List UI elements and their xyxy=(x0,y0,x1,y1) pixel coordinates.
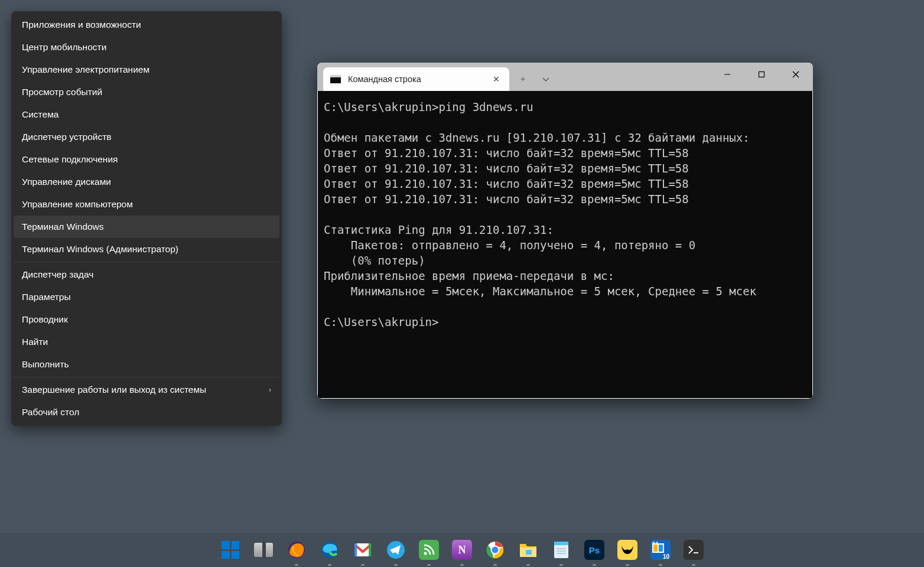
firefox-icon[interactable] xyxy=(284,537,309,562)
menu-item[interactable]: Выполнить xyxy=(14,353,279,376)
menu-item-label: Центр мобильности xyxy=(22,42,106,53)
menu-item-label: Управление электропитанием xyxy=(22,64,149,75)
menu-item[interactable]: Управление компьютером xyxy=(14,193,279,216)
taskbar: N Ps 64 10 xyxy=(0,533,924,567)
menu-item[interactable]: Приложения и возможности xyxy=(14,14,279,36)
gmail-icon[interactable] xyxy=(350,537,375,562)
svg-rect-8 xyxy=(369,543,371,556)
svg-point-10 xyxy=(424,552,427,555)
menu-item-label: Терминал Windows (Администратор) xyxy=(22,244,178,255)
terminal-output[interactable]: C:\Users\akrupin>ping 3dnews.ru Обмен па… xyxy=(317,91,813,399)
titlebar[interactable]: Командная строка ✕ ＋ xyxy=(317,63,813,91)
menu-item[interactable]: Диспетчер задач xyxy=(14,263,279,286)
menu-item-label: Проводник xyxy=(22,314,68,325)
menu-item-label: Терминал Windows xyxy=(22,221,104,232)
tab-dropdown-button[interactable] xyxy=(538,71,554,87)
tab-close-button[interactable]: ✕ xyxy=(490,72,502,86)
menu-item[interactable]: Завершение работы или выход из системы› xyxy=(14,379,279,401)
menu-item-label: Диспетчер устройств xyxy=(22,132,112,142)
winx-context-menu: Приложения и возможностиЦентр мобильност… xyxy=(11,11,282,426)
window-controls xyxy=(710,63,813,86)
menu-item[interactable]: Диспетчер устройств xyxy=(14,126,279,148)
menu-item[interactable]: Система xyxy=(14,103,279,126)
menu-item[interactable]: Параметры xyxy=(14,286,279,308)
menu-item[interactable]: Просмотр событий xyxy=(14,81,279,103)
menu-item[interactable]: Проводник xyxy=(14,308,279,331)
tab-title: Командная строка xyxy=(348,74,483,84)
explorer-icon[interactable] xyxy=(516,537,541,562)
edge-icon[interactable] xyxy=(317,537,342,562)
new-tab-button[interactable]: ＋ xyxy=(514,70,532,88)
chevron-right-icon: › xyxy=(269,386,271,394)
menu-separator xyxy=(14,377,279,377)
cmd-icon xyxy=(330,75,341,83)
menu-item-label: Рабочий стол xyxy=(22,407,79,418)
totalcmd-icon[interactable]: 64 10 xyxy=(648,537,673,562)
notepad-icon[interactable] xyxy=(549,537,574,562)
menu-item-label: Найти xyxy=(22,337,48,347)
menu-item-label: Диспетчер задач xyxy=(22,269,93,280)
menu-item[interactable]: Сетевые подключения xyxy=(14,148,279,171)
menu-item-label: Параметры xyxy=(22,292,71,302)
terminal-app-icon[interactable] xyxy=(681,537,706,562)
menu-item[interactable]: Управление дисками xyxy=(14,171,279,193)
onenote-icon[interactable]: N xyxy=(450,537,474,562)
menu-item-label: Управление дисками xyxy=(22,177,111,187)
svg-rect-22 xyxy=(653,545,658,552)
menu-item-label: Выполнить xyxy=(22,359,69,370)
menu-separator xyxy=(14,262,279,262)
menu-item[interactable]: Управление электропитанием xyxy=(14,58,279,81)
telegram-icon[interactable] xyxy=(383,537,408,562)
menu-item-label: Сетевые подключения xyxy=(22,154,118,165)
menu-item[interactable]: Терминал Windows xyxy=(14,216,279,238)
tab-actions: ＋ xyxy=(509,67,559,91)
menu-item-label: Управление компьютером xyxy=(22,199,133,210)
menu-item[interactable]: Рабочий стол xyxy=(14,401,279,423)
bat-icon[interactable] xyxy=(615,537,640,562)
svg-rect-7 xyxy=(354,543,357,556)
terminal-window: Командная строка ✕ ＋ C:\Users\akrupin>pi… xyxy=(317,63,813,399)
menu-item[interactable]: Найти xyxy=(14,331,279,353)
menu-item[interactable]: Терминал Windows (Администратор) xyxy=(14,238,279,260)
svg-rect-23 xyxy=(659,545,663,552)
close-button[interactable] xyxy=(779,63,813,86)
menu-item-label: Приложения и возможности xyxy=(22,19,141,30)
maximize-button[interactable] xyxy=(744,63,779,86)
svg-rect-17 xyxy=(554,542,568,545)
menu-item-label: Система xyxy=(22,109,58,120)
menu-item-label: Просмотр событий xyxy=(22,87,102,97)
start-button[interactable] xyxy=(218,537,243,562)
svg-rect-15 xyxy=(526,550,532,555)
svg-rect-1 xyxy=(759,72,764,77)
task-view-button[interactable] xyxy=(251,537,276,562)
menu-item[interactable]: Центр мобильности xyxy=(14,36,279,58)
rss-icon[interactable] xyxy=(417,537,441,562)
photoshop-icon[interactable]: Ps xyxy=(582,537,607,562)
menu-item-label: Завершение работы или выход из системы xyxy=(22,384,206,395)
terminal-tab[interactable]: Командная строка ✕ xyxy=(323,67,509,91)
chrome-icon[interactable] xyxy=(483,537,507,562)
minimize-button[interactable] xyxy=(710,63,744,86)
